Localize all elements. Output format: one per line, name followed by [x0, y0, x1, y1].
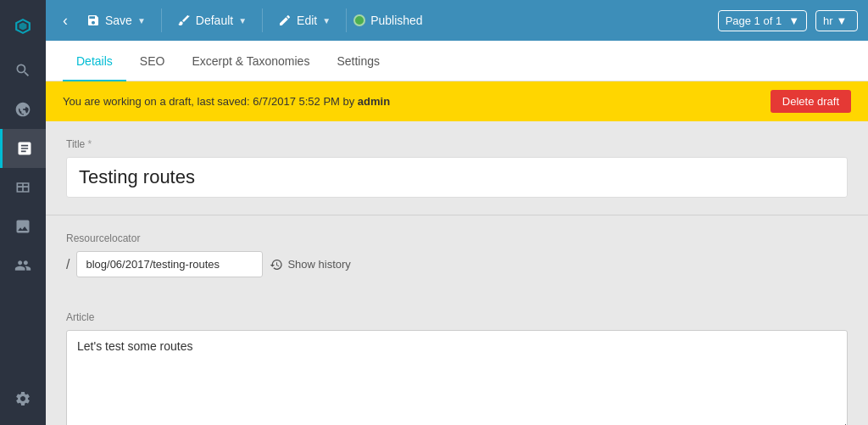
save-icon: [86, 14, 100, 27]
draft-banner: You are working on a draft, last saved: …: [46, 81, 868, 121]
sidebar: [0, 0, 46, 425]
draft-author: admin: [358, 95, 390, 108]
content-area: Details SEO Excerpt & Taxonomies Setting…: [46, 41, 868, 425]
article-textarea[interactable]: Let's test some routes: [66, 330, 848, 425]
tab-details[interactable]: Details: [63, 41, 126, 81]
delete-draft-button[interactable]: Delete draft: [771, 90, 851, 113]
save-caret: ▼: [137, 16, 146, 25]
edit-label: Edit: [297, 14, 317, 27]
logo-icon: [14, 18, 31, 35]
sidebar-item-target[interactable]: [0, 90, 46, 129]
resource-slash: /: [66, 257, 70, 272]
sidebar-item-media[interactable]: [0, 207, 46, 246]
lang-label: hr: [823, 14, 833, 27]
history-icon: [270, 258, 283, 271]
tab-seo[interactable]: SEO: [126, 41, 179, 81]
media-icon: [14, 218, 31, 235]
users-icon: [14, 257, 31, 274]
page-selector-caret: ▼: [788, 14, 799, 27]
search-icon: [14, 62, 31, 79]
default-caret: ▼: [238, 16, 247, 25]
draft-message: You are working on a draft, last saved: …: [63, 95, 390, 108]
target-icon: [14, 101, 31, 118]
divider-1: [161, 8, 162, 32]
resource-section: Resourcelocator / Show history: [46, 215, 868, 294]
title-section: Title *: [46, 121, 868, 215]
status-label: Published: [370, 14, 423, 27]
sidebar-item-settings[interactable]: [0, 379, 46, 418]
tab-settings[interactable]: Settings: [323, 41, 393, 81]
article-section: Article Let's test some routes: [46, 294, 868, 425]
brush-icon: [177, 14, 191, 27]
back-button[interactable]: ‹: [56, 7, 75, 35]
resource-row: / Show history: [66, 251, 848, 277]
sidebar-logo[interactable]: [0, 7, 46, 46]
divider-3: [346, 8, 347, 32]
status-area: Published: [353, 14, 423, 27]
edit-button[interactable]: Edit ▼: [270, 8, 339, 32]
sidebar-item-pages[interactable]: [0, 129, 46, 168]
sidebar-item-search[interactable]: [0, 51, 46, 90]
default-label: Default: [196, 14, 233, 27]
sidebar-item-layout[interactable]: [0, 168, 46, 207]
lang-selector[interactable]: hr ▼: [815, 10, 858, 31]
status-dot: [353, 14, 365, 26]
resource-input[interactable]: [76, 251, 263, 277]
toolbar: ‹ Save ▼ Default ▼ Edit ▼ Published Page…: [46, 0, 868, 41]
sidebar-item-users[interactable]: [0, 246, 46, 285]
page-selector[interactable]: Page 1 of 1 ▼: [718, 10, 807, 31]
title-required: *: [88, 138, 92, 150]
edit-icon: [278, 14, 292, 27]
default-button[interactable]: Default ▼: [169, 8, 255, 32]
divider-2: [262, 8, 263, 32]
lang-caret: ▼: [837, 14, 848, 27]
tab-excerpt[interactable]: Excerpt & Taxonomies: [178, 41, 323, 81]
show-history-button[interactable]: Show history: [270, 258, 350, 271]
edit-caret: ▼: [322, 16, 331, 25]
save-button[interactable]: Save ▼: [78, 8, 154, 32]
title-label: Title *: [66, 138, 848, 150]
tabs-bar: Details SEO Excerpt & Taxonomies Setting…: [46, 41, 868, 81]
title-input[interactable]: [66, 157, 848, 198]
main-area: ‹ Save ▼ Default ▼ Edit ▼ Published Page…: [46, 0, 868, 425]
resource-label: Resourcelocator: [66, 232, 848, 244]
page-selector-label: Page 1 of 1: [726, 14, 782, 27]
settings-icon: [14, 390, 31, 407]
show-history-label: Show history: [287, 258, 350, 271]
save-label: Save: [105, 14, 132, 27]
pages-icon: [16, 140, 33, 157]
layout-icon: [14, 179, 31, 196]
article-label: Article: [66, 311, 848, 323]
